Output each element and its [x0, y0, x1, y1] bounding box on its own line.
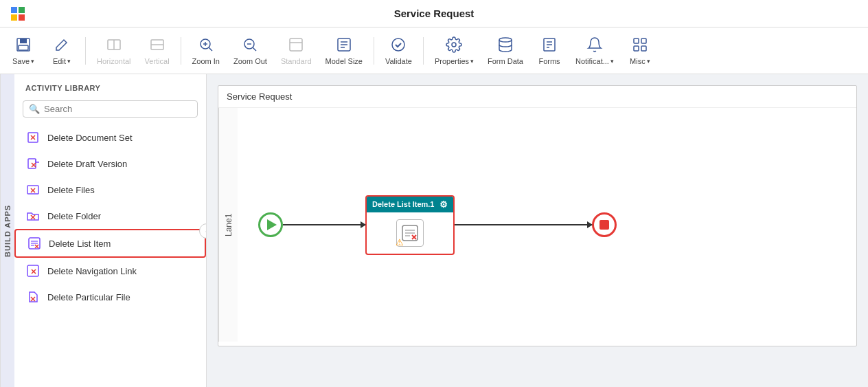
svg-rect-1 — [19, 7, 25, 13]
sidebar-item-label: Delete Document Set — [47, 133, 133, 143]
svg-rect-6 — [19, 45, 28, 50]
toolbar-form-data[interactable]: Form Data — [482, 32, 529, 70]
sidebar-item-delete-folder[interactable]: Delete Folder — [14, 203, 206, 229]
sidebar-item-delete-particular-file[interactable]: Delete Particular File — [14, 284, 206, 310]
warning-icon: ⚠ — [396, 237, 404, 247]
toolbar-validate[interactable]: Validate — [380, 32, 418, 70]
start-node[interactable] — [258, 212, 283, 237]
activity-icon-box: ⚠ — [396, 219, 424, 247]
flow-arrow-2 — [455, 224, 592, 225]
edit-icon — [54, 36, 70, 56]
svg-rect-18 — [290, 38, 302, 51]
svg-rect-31 — [634, 38, 639, 43]
svg-point-26 — [499, 38, 512, 42]
toolbar-edit[interactable]: Edit ▾ — [44, 32, 80, 70]
forms-icon — [541, 36, 558, 56]
svg-rect-34 — [641, 46, 646, 51]
delete-navigation-link-icon — [25, 263, 41, 278]
sidebar-item-label: Delete Folder — [47, 211, 101, 221]
canvas-wrapper: Service Request Lane1 De — [218, 85, 857, 346]
sep2 — [181, 37, 181, 65]
horizontal-icon — [106, 36, 122, 56]
toolbar-vertical: Vertical — [139, 32, 175, 70]
top-bar: Service Request — [0, 0, 868, 27]
flow-row: Delete List Item.1 ⚙ — [258, 195, 836, 255]
search-icon: 🔍 — [29, 104, 40, 114]
form-data-icon — [497, 36, 514, 56]
svg-rect-3 — [19, 14, 25, 21]
sep1 — [85, 37, 86, 65]
lane-label: Lane1 — [218, 108, 238, 342]
sidebar-item-label: Delete Particular File — [47, 292, 130, 302]
lane-content: Delete List Item.1 ⚙ — [238, 108, 856, 342]
sidebar-item-label: Delete Files — [47, 185, 95, 195]
sidebar-item-delete-document-set[interactable]: Delete Document Set — [14, 124, 206, 151]
main-layout: Build Apps ACTIVITY LIBRARY 🔍 Delete Doc… — [0, 74, 868, 387]
sidebar-title: ACTIVITY LIBRARY — [14, 74, 206, 96]
properties-icon — [446, 36, 462, 56]
delete-list-item-icon — [27, 236, 42, 251]
start-node-inner — [267, 219, 277, 230]
sidebar-item-delete-list-item[interactable]: Delete List Item — [14, 229, 206, 258]
svg-rect-33 — [634, 46, 639, 51]
toolbar-zoom-out[interactable]: Zoom Out — [228, 32, 273, 70]
toolbar-forms[interactable]: Forms — [532, 32, 567, 70]
page-title: Service Request — [394, 8, 475, 19]
svg-rect-32 — [641, 38, 646, 43]
activity-gear-icon[interactable]: ⚙ — [439, 199, 448, 210]
sidebar-item-label: Delete List Item — [49, 239, 111, 249]
sidebar-items-list: Delete Document Set Delete Draft Version — [14, 124, 206, 387]
toolbar-misc[interactable]: Misc ▾ — [622, 32, 658, 70]
canvas-area[interactable]: Service Request Lane1 De — [207, 74, 868, 387]
toolbar-properties[interactable]: Properties ▾ — [429, 32, 479, 70]
lane: Lane1 Delete List Item.1 — [218, 108, 856, 342]
activity-node-title: Delete List Item.1 — [372, 200, 434, 208]
end-node[interactable] — [592, 212, 617, 237]
notifications-icon — [586, 36, 603, 56]
svg-point-24 — [392, 38, 404, 51]
svg-rect-2 — [11, 14, 17, 21]
delete-draft-version-icon — [25, 156, 41, 171]
sep4 — [423, 37, 424, 65]
sidebar-item-delete-files[interactable]: Delete Files — [14, 177, 206, 203]
sidebar-item-delete-draft-version[interactable]: Delete Draft Version — [14, 151, 206, 177]
sidebar-item-delete-navigation-link[interactable]: Delete Navigation Link — [14, 258, 206, 284]
end-node-inner — [599, 220, 609, 230]
activity-node-body: ⚠ — [367, 212, 453, 254]
save-icon — [15, 36, 32, 56]
activity-node[interactable]: Delete List Item.1 ⚙ — [365, 195, 455, 255]
zoom-in-icon — [198, 36, 214, 56]
sidebar-item-label: Delete Draft Version — [47, 159, 127, 169]
zoom-out-icon — [242, 36, 258, 56]
toolbar-notifications[interactable]: Notificat... ▾ — [570, 32, 619, 70]
model-size-icon — [336, 36, 352, 56]
sidebar-item-label: Delete Navigation Link — [47, 266, 137, 276]
activity-node-header: Delete List Item.1 ⚙ — [367, 197, 453, 212]
svg-rect-5 — [20, 38, 27, 43]
build-apps-label: Build Apps — [0, 74, 14, 387]
delete-files-icon — [25, 182, 41, 197]
standard-icon — [288, 36, 304, 56]
sep3 — [374, 37, 374, 65]
misc-icon — [632, 36, 648, 56]
svg-line-16 — [253, 47, 256, 51]
svg-line-12 — [209, 47, 212, 51]
delete-document-set-icon — [25, 130, 41, 145]
canvas-title: Service Request — [218, 86, 856, 108]
toolbar-zoom-in[interactable]: Zoom In — [187, 32, 225, 70]
toolbar-standard: Standard — [275, 32, 317, 70]
search-input[interactable] — [44, 104, 192, 114]
activity-library-sidebar: ACTIVITY LIBRARY 🔍 Delete Document Set — [14, 74, 207, 387]
app-logo[interactable] — [7, 3, 29, 25]
search-bar[interactable]: 🔍 — [23, 100, 198, 118]
delete-folder-icon — [25, 208, 41, 223]
delete-particular-file-icon — [25, 289, 41, 305]
flow-arrow-1 — [283, 224, 365, 225]
toolbar-model-size[interactable]: Model Size — [320, 32, 368, 70]
toolbar-save[interactable]: Save ▾ — [5, 32, 41, 70]
validate-icon — [390, 36, 407, 56]
svg-rect-0 — [11, 7, 17, 13]
svg-point-25 — [452, 43, 456, 47]
toolbar-horizontal: Horizontal — [91, 32, 137, 70]
vertical-icon — [149, 36, 165, 56]
